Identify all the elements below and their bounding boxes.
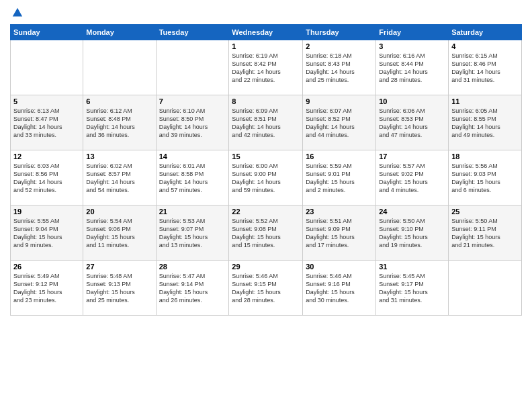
cell-info: Sunrise: 5:55 AM Sunset: 9:04 PM Dayligh… (13, 217, 80, 250)
day-number: 21 (159, 208, 226, 216)
calendar-cell: 4Sunrise: 6:15 AM Sunset: 8:46 PM Daylig… (449, 40, 522, 95)
calendar-table: SundayMondayTuesdayWednesdayThursdayFrid… (10, 24, 522, 316)
day-number: 4 (451, 42, 519, 50)
calendar-cell: 11Sunrise: 6:05 AM Sunset: 8:55 PM Dayli… (449, 95, 522, 150)
day-number: 9 (306, 97, 373, 105)
day-number: 2 (306, 42, 373, 50)
cell-info: Sunrise: 5:50 AM Sunset: 9:10 PM Dayligh… (379, 217, 445, 250)
calendar-cell: 20Sunrise: 5:54 AM Sunset: 9:06 PM Dayli… (83, 205, 156, 261)
day-number: 20 (86, 208, 152, 216)
day-number: 11 (451, 97, 519, 105)
calendar-cell: 18Sunrise: 5:56 AM Sunset: 9:03 PM Dayli… (449, 150, 522, 205)
logo (10, 7, 24, 19)
cell-info: Sunrise: 6:06 AM Sunset: 8:53 PM Dayligh… (379, 107, 445, 140)
day-number: 16 (306, 152, 373, 161)
cell-info: Sunrise: 6:03 AM Sunset: 8:56 PM Dayligh… (13, 162, 80, 195)
day-header-friday: Friday (376, 25, 449, 40)
calendar-cell: 9Sunrise: 6:07 AM Sunset: 8:52 PM Daylig… (303, 95, 376, 150)
calendar-cell: 21Sunrise: 5:53 AM Sunset: 9:07 PM Dayli… (156, 205, 229, 261)
day-number: 29 (232, 263, 300, 271)
calendar-cell: 26Sunrise: 5:49 AM Sunset: 9:12 PM Dayli… (11, 261, 83, 316)
cell-info: Sunrise: 5:56 AM Sunset: 9:03 PM Dayligh… (451, 162, 519, 195)
calendar-cell: 14Sunrise: 6:01 AM Sunset: 8:58 PM Dayli… (156, 150, 229, 205)
cell-info: Sunrise: 6:15 AM Sunset: 8:46 PM Dayligh… (451, 52, 519, 85)
cell-info: Sunrise: 5:50 AM Sunset: 9:11 PM Dayligh… (451, 217, 519, 250)
cell-info: Sunrise: 6:07 AM Sunset: 8:52 PM Dayligh… (306, 107, 373, 140)
day-header-thursday: Thursday (303, 25, 376, 40)
calendar-cell: 3Sunrise: 6:16 AM Sunset: 8:44 PM Daylig… (376, 40, 449, 95)
day-header-wednesday: Wednesday (229, 25, 303, 40)
cell-info: Sunrise: 5:54 AM Sunset: 9:06 PM Dayligh… (86, 217, 152, 250)
day-number: 1 (232, 42, 300, 50)
day-number: 8 (232, 97, 300, 105)
day-header-sunday: Sunday (11, 25, 83, 40)
calendar-cell: 27Sunrise: 5:48 AM Sunset: 9:13 PM Dayli… (83, 261, 156, 316)
calendar-cell: 22Sunrise: 5:52 AM Sunset: 9:08 PM Dayli… (229, 205, 303, 261)
cell-info: Sunrise: 6:00 AM Sunset: 9:00 PM Dayligh… (232, 162, 300, 195)
calendar-week-2: 12Sunrise: 6:03 AM Sunset: 8:56 PM Dayli… (11, 150, 522, 205)
calendar-cell: 23Sunrise: 5:51 AM Sunset: 9:09 PM Dayli… (303, 205, 376, 261)
cell-info: Sunrise: 5:48 AM Sunset: 9:13 PM Dayligh… (86, 272, 152, 305)
day-number: 23 (306, 208, 373, 216)
calendar-cell: 24Sunrise: 5:50 AM Sunset: 9:10 PM Dayli… (376, 205, 449, 261)
calendar-cell: 6Sunrise: 6:12 AM Sunset: 8:48 PM Daylig… (83, 95, 156, 150)
day-number: 10 (379, 97, 445, 105)
day-header-tuesday: Tuesday (156, 25, 229, 40)
calendar-cell: 29Sunrise: 5:46 AM Sunset: 9:15 PM Dayli… (229, 261, 303, 316)
day-number: 27 (86, 263, 152, 271)
cell-info: Sunrise: 5:59 AM Sunset: 9:01 PM Dayligh… (306, 162, 373, 195)
cell-info: Sunrise: 5:46 AM Sunset: 9:16 PM Dayligh… (306, 272, 373, 305)
cell-info: Sunrise: 6:12 AM Sunset: 8:48 PM Dayligh… (86, 107, 152, 140)
calendar-cell: 16Sunrise: 5:59 AM Sunset: 9:01 PM Dayli… (303, 150, 376, 205)
calendar-week-3: 19Sunrise: 5:55 AM Sunset: 9:04 PM Dayli… (11, 205, 522, 261)
cell-info: Sunrise: 5:53 AM Sunset: 9:07 PM Dayligh… (159, 217, 226, 250)
calendar-cell (449, 261, 522, 316)
calendar-cell: 2Sunrise: 6:18 AM Sunset: 8:43 PM Daylig… (303, 40, 376, 95)
calendar-cell: 17Sunrise: 5:57 AM Sunset: 9:02 PM Dayli… (376, 150, 449, 205)
day-number: 13 (86, 152, 152, 161)
cell-info: Sunrise: 6:16 AM Sunset: 8:44 PM Dayligh… (379, 52, 445, 85)
calendar-cell: 7Sunrise: 6:10 AM Sunset: 8:50 PM Daylig… (156, 95, 229, 150)
cell-info: Sunrise: 6:18 AM Sunset: 8:43 PM Dayligh… (306, 52, 373, 85)
day-number: 31 (379, 263, 445, 271)
cell-info: Sunrise: 6:13 AM Sunset: 8:47 PM Dayligh… (13, 107, 80, 140)
cell-info: Sunrise: 5:46 AM Sunset: 9:15 PM Dayligh… (232, 272, 300, 305)
calendar-cell: 10Sunrise: 6:06 AM Sunset: 8:53 PM Dayli… (376, 95, 449, 150)
calendar-cell: 30Sunrise: 5:46 AM Sunset: 9:16 PM Dayli… (303, 261, 376, 316)
day-number: 7 (159, 97, 226, 105)
cell-info: Sunrise: 6:09 AM Sunset: 8:51 PM Dayligh… (232, 107, 300, 140)
calendar-cell: 12Sunrise: 6:03 AM Sunset: 8:56 PM Dayli… (11, 150, 83, 205)
day-header-saturday: Saturday (449, 25, 522, 40)
day-number: 25 (451, 208, 519, 216)
calendar-cell: 13Sunrise: 6:02 AM Sunset: 8:57 PM Dayli… (83, 150, 156, 205)
calendar-cell: 1Sunrise: 6:19 AM Sunset: 8:42 PM Daylig… (229, 40, 303, 95)
cell-info: Sunrise: 6:01 AM Sunset: 8:58 PM Dayligh… (159, 162, 226, 195)
day-number: 17 (379, 152, 445, 161)
day-number: 18 (451, 152, 519, 161)
day-number: 3 (379, 42, 445, 50)
calendar-cell: 25Sunrise: 5:50 AM Sunset: 9:11 PM Dayli… (449, 205, 522, 261)
day-number: 12 (13, 152, 80, 161)
cell-info: Sunrise: 6:05 AM Sunset: 8:55 PM Dayligh… (451, 107, 519, 140)
logo-icon (11, 7, 24, 19)
day-number: 6 (86, 97, 152, 105)
cell-info: Sunrise: 6:02 AM Sunset: 8:57 PM Dayligh… (86, 162, 152, 195)
cell-info: Sunrise: 5:57 AM Sunset: 9:02 PM Dayligh… (379, 162, 445, 195)
day-number: 26 (13, 263, 80, 271)
cell-info: Sunrise: 5:49 AM Sunset: 9:12 PM Dayligh… (13, 272, 80, 305)
calendar-cell: 15Sunrise: 6:00 AM Sunset: 9:00 PM Dayli… (229, 150, 303, 205)
day-number: 5 (13, 97, 80, 105)
day-header-monday: Monday (83, 25, 156, 40)
calendar-week-1: 5Sunrise: 6:13 AM Sunset: 8:47 PM Daylig… (11, 95, 522, 150)
cell-info: Sunrise: 5:47 AM Sunset: 9:14 PM Dayligh… (159, 272, 226, 305)
calendar-cell: 19Sunrise: 5:55 AM Sunset: 9:04 PM Dayli… (11, 205, 83, 261)
day-number: 15 (232, 152, 300, 161)
calendar-cell: 8Sunrise: 6:09 AM Sunset: 8:51 PM Daylig… (229, 95, 303, 150)
page: SundayMondayTuesdayWednesdayThursdayFrid… (0, 0, 532, 411)
calendar-cell: 31Sunrise: 5:45 AM Sunset: 9:17 PM Dayli… (376, 261, 449, 316)
calendar-week-0: 1Sunrise: 6:19 AM Sunset: 8:42 PM Daylig… (11, 40, 522, 95)
calendar-week-4: 26Sunrise: 5:49 AM Sunset: 9:12 PM Dayli… (11, 261, 522, 316)
cell-info: Sunrise: 5:45 AM Sunset: 9:17 PM Dayligh… (379, 272, 445, 305)
cell-info: Sunrise: 5:52 AM Sunset: 9:08 PM Dayligh… (232, 217, 300, 250)
header (10, 7, 522, 19)
